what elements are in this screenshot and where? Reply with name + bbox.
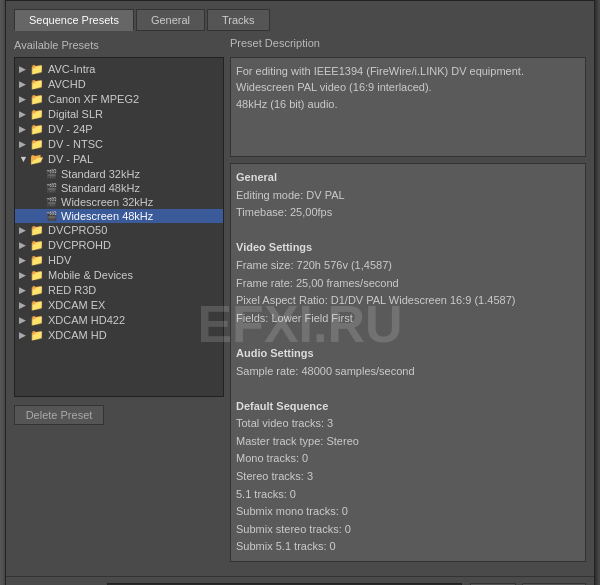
preset-avchd[interactable]: ▶ 📁 AVCHD [15,77,223,92]
preset-avc-intra[interactable]: ▶ 📁 AVC-Intra [15,62,223,77]
file-icon: 🎬 [46,197,57,207]
arrow-icon: ▶ [19,270,27,280]
submix-stereo: Submix stereo tracks: 0 [236,521,580,539]
delete-preset-button[interactable]: Delete Preset [14,405,104,425]
submix-51: Submix 5.1 tracks: 0 [236,538,580,556]
mono-tracks: Mono tracks: 0 [236,450,580,468]
preset-dvcprohd[interactable]: ▶ 📁 DVCPROHD [15,238,223,253]
sample-rate: Sample rate: 48000 samples/second [236,363,580,381]
preset-dv-24p[interactable]: ▶ 📁 DV - 24P [15,122,223,137]
tab-sequence-presets[interactable]: Sequence Presets [14,9,134,31]
tabs-row: Sequence Presets General Tracks [14,9,586,31]
total-video-tracks: Total video tracks: 3 [236,415,580,433]
arrow-icon: ▶ [19,240,27,250]
presets-list[interactable]: ▶ 📁 AVC-Intra ▶ 📁 AVCHD ▶ 📁 Canon X [14,57,224,397]
timebase: Timebase: 25,00fps [236,204,580,222]
file-icon: 🎬 [46,211,57,221]
folder-icon: 📁 [30,108,44,121]
51-tracks: 5.1 tracks: 0 [236,486,580,504]
arrow-icon: ▶ [19,94,27,104]
section-default-seq: Default Sequence [236,400,328,412]
stereo-tracks: Stereo tracks: 3 [236,468,580,486]
preset-info-box: General Editing mode: DV PAL Timebase: 2… [230,163,586,562]
folder-icon: 📁 [30,224,44,237]
available-presets-label: Available Presets [14,37,224,53]
preset-red-r3d[interactable]: ▶ 📁 RED R3D [15,283,223,298]
preset-dv-ntsc[interactable]: ▶ 📁 DV - NTSC [15,137,223,152]
preset-xdcam-hd[interactable]: ▶ 📁 XDCAM HD [15,328,223,343]
preset-std32[interactable]: ▶ 🎬 Standard 32kHz [15,167,223,181]
arrow-icon: ▶ [19,225,27,235]
arrow-icon: ▶ [19,330,27,340]
folder-icon: 📁 [30,329,44,342]
section-video: Video Settings [236,241,312,253]
arrow-icon: ▶ [19,109,27,119]
frame-rate: Frame rate: 25,00 frames/second [236,275,580,293]
tab-general[interactable]: General [136,9,205,31]
preset-canon-xf[interactable]: ▶ 📁 Canon XF MPEG2 [15,92,223,107]
folder-icon: 📁 [30,78,44,91]
arrow-icon: ▶ [19,64,27,74]
folder-icon: 📁 [30,284,44,297]
submix-mono: Submix mono tracks: 0 [236,503,580,521]
folder-icon: 📁 [30,254,44,267]
arrow-icon: ▶ [19,255,27,265]
content-area: Available Presets ▶ 📁 AVC-Intra ▶ 📁 AVCH… [14,37,586,562]
preset-xdcam-hd422[interactable]: ▶ 📁 XDCAM HD422 [15,313,223,328]
preset-description-label: Preset Description [230,37,586,49]
preset-mobile[interactable]: ▶ 📁 Mobile & Devices [15,268,223,283]
footer: Sequence Name: OK Cancel [6,576,594,585]
fields: Fields: Lower Field First [236,310,580,328]
folder-icon: 📁 [30,239,44,252]
preset-dv-pal[interactable]: ▼ 📂 DV - PAL [15,152,223,167]
tab-tracks[interactable]: Tracks [207,9,270,31]
arrow-icon: ▶ [19,124,27,134]
folder-icon: 📁 [30,123,44,136]
dialog-body: Sequence Presets General Tracks Availabl… [6,1,594,570]
section-audio: Audio Settings [236,347,314,359]
arrow-icon: ▶ [19,315,27,325]
preset-dvcpro50[interactable]: ▶ 📁 DVCPRO50 [15,223,223,238]
file-icon: 🎬 [46,183,57,193]
preset-wide48[interactable]: ▶ 🎬 Widescreen 48kHz [15,209,223,223]
left-panel: Available Presets ▶ 📁 AVC-Intra ▶ 📁 AVCH… [14,37,224,562]
folder-icon: 📂 [30,153,44,166]
arrow-icon: ▶ [19,79,27,89]
arrow-icon: ▶ [19,285,27,295]
section-general: General [236,171,277,183]
folder-icon: 📁 [30,93,44,106]
editing-mode: Editing mode: DV PAL [236,187,580,205]
file-icon: 🎬 [46,169,57,179]
master-track-type: Master track type: Stereo [236,433,580,451]
preset-std48[interactable]: ▶ 🎬 Standard 48kHz [15,181,223,195]
arrow-open-icon: ▼ [19,154,27,164]
frame-size: Frame size: 720h 576v (1,4587) [236,257,580,275]
new-sequence-dialog: New Sequence ✕ Sequence Presets General … [5,0,595,585]
preset-digital-slr[interactable]: ▶ 📁 Digital SLR [15,107,223,122]
folder-icon: 📁 [30,314,44,327]
folder-icon: 📁 [30,269,44,282]
preset-xdcam-ex[interactable]: ▶ 📁 XDCAM EX [15,298,223,313]
arrow-icon: ▶ [19,139,27,149]
preset-wide32[interactable]: ▶ 🎬 Widescreen 32kHz [15,195,223,209]
folder-icon: 📁 [30,299,44,312]
folder-icon: 📁 [30,63,44,76]
arrow-icon: ▶ [19,300,27,310]
preset-description-box: For editing with IEEE1394 (FireWire/i.LI… [230,57,586,157]
folder-icon: 📁 [30,138,44,151]
pixel-aspect: Pixel Aspect Ratio: D1/DV PAL Widescreen… [236,292,580,310]
right-panel: Preset Description For editing with IEEE… [230,37,586,562]
preset-hdv[interactable]: ▶ 📁 HDV [15,253,223,268]
